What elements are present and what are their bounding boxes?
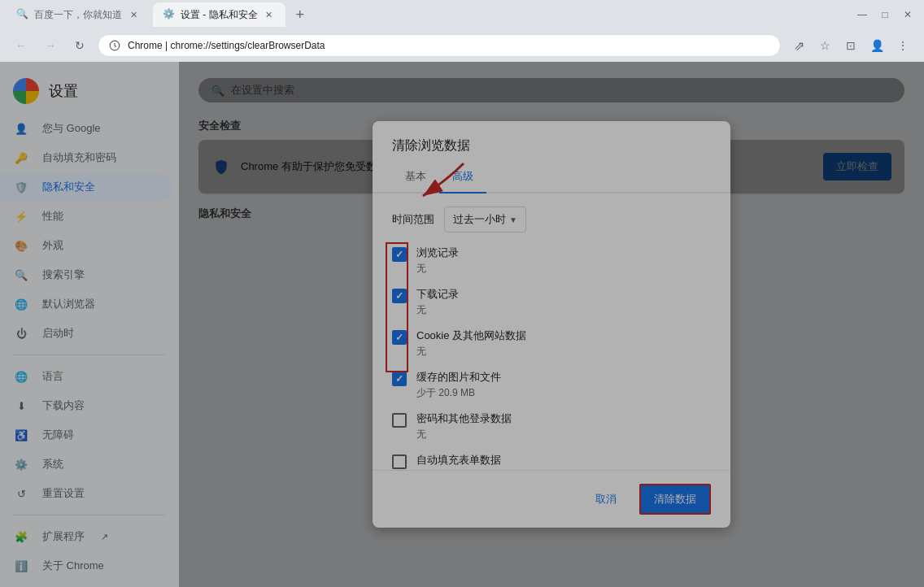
sidebar-item-about[interactable]: ℹ️ 关于 Chrome [0, 551, 172, 580]
maximize-button[interactable]: □ [875, 5, 895, 24]
sidebar-item-startup-label: 启动时 [42, 326, 74, 341]
clear-browsing-data-modal: 清除浏览数据 基本 高级 时间范围 [373, 121, 730, 528]
browser-icon: 🌐 [13, 296, 29, 312]
security-icon [108, 39, 121, 52]
autofill-checkbox[interactable] [392, 454, 407, 469]
address-input[interactable]: Chrome | chrome://settings/clearBrowserD… [98, 34, 781, 57]
search-icon: 🔍 [13, 267, 29, 283]
split-view-button[interactable]: ⊡ [839, 34, 862, 57]
sidebar-item-search-label: 搜索引擎 [42, 267, 85, 282]
clear-data-button[interactable]: 清除数据 [639, 484, 711, 515]
modal-tab-advanced[interactable]: 高级 [439, 161, 486, 193]
title-bar: 🔍 百度一下，你就知道 ✕ ⚙️ 设置 - 隐私和安全 ✕ + — □ ✕ [0, 0, 924, 29]
autofill-item-text: 自动填充表单数据 [416, 453, 501, 467]
tab-baidu-close[interactable]: ✕ [127, 8, 140, 21]
sidebar-item-performance[interactable]: ⚡ 性能 [0, 202, 172, 231]
history-checkmark: ✓ [395, 249, 403, 260]
sidebar-item-reset[interactable]: ↺ 重置设置 [0, 479, 172, 508]
sidebar-item-downloads[interactable]: ⬇ 下载内容 [0, 391, 172, 420]
close-button[interactable]: ✕ [898, 5, 917, 24]
cookies-item-text: Cookie 及其他网站数据 无 [416, 328, 526, 359]
sidebar-item-search[interactable]: 🔍 搜索引擎 [0, 260, 172, 289]
sidebar-title: 设置 [49, 81, 78, 101]
autofill-title: 自动填充表单数据 [416, 453, 501, 467]
passwords-checkbox[interactable] [392, 413, 407, 428]
cache-checkmark: ✓ [395, 373, 403, 385]
sidebar-item-appearance-label: 外观 [42, 238, 63, 253]
window-controls: — □ ✕ [852, 5, 917, 24]
modal-footer: 取消 清除数据 [373, 470, 730, 528]
history-subtitle: 无 [416, 262, 459, 276]
forward-button[interactable]: → [39, 34, 62, 57]
time-range-label: 时间范围 [392, 212, 434, 227]
sidebar-item-autofill[interactable]: 🔑 自动填充和密码 [0, 143, 172, 172]
reset-icon: ↺ [13, 485, 29, 502]
download-icon: ⬇ [13, 398, 29, 414]
sidebar-divider-1 [13, 354, 166, 355]
cookies-checkbox-item: ✓ Cookie 及其他网站数据 无 [392, 328, 711, 359]
passwords-title: 密码和其他登录数据 [416, 411, 512, 426]
cache-item-text: 缓存的图片和文件 少于 20.9 MB [416, 370, 501, 400]
accessibility-icon: ♿ [13, 427, 29, 443]
sidebar-item-startup[interactable]: ⏻ 启动时 [0, 319, 172, 348]
cookies-checkbox[interactable]: ✓ [392, 330, 407, 345]
reload-button[interactable]: ↻ [68, 34, 91, 57]
cookies-checkmark: ✓ [395, 332, 403, 343]
sidebar-item-extensions-label: 扩展程序 [42, 529, 85, 544]
appearance-icon: 🎨 [13, 237, 29, 254]
sidebar-item-about-label: 关于 Chrome [42, 559, 104, 573]
history-checkbox[interactable]: ✓ [392, 247, 407, 262]
performance-icon: ⚡ [13, 208, 29, 224]
downloads-checkbox-item: ✓ 下载记录 无 [392, 287, 711, 317]
sidebar-item-accessibility[interactable]: ♿ 无障碍 [0, 420, 172, 450]
key-icon: 🔑 [13, 150, 29, 166]
sidebar-item-language[interactable]: 🌐 语言 [0, 362, 172, 391]
sidebar: 设置 👤 您与 Google 🔑 自动填充和密码 🛡️ 隐私和安全 ⚡ 性能 🎨… [0, 62, 179, 587]
history-title: 浏览记录 [416, 246, 459, 260]
sidebar-item-default-browser[interactable]: 🌐 默认浏览器 [0, 289, 172, 319]
sidebar-item-autofill-label: 自动填充和密码 [42, 150, 116, 165]
back-button[interactable]: ← [10, 34, 33, 57]
sidebar-header: 设置 [0, 68, 179, 114]
modal-body: 时间范围 过去一小时 ▼ [373, 193, 730, 470]
sidebar-item-accessibility-label: 无障碍 [42, 428, 74, 442]
cache-subtitle: 少于 20.9 MB [416, 386, 501, 400]
downloads-item-text: 下载记录 无 [416, 287, 459, 317]
startup-icon: ⏻ [13, 325, 29, 341]
tab-baidu[interactable]: 🔍 百度一下，你就知道 ✕ [7, 2, 150, 27]
downloads-title: 下载记录 [416, 287, 459, 302]
sidebar-item-google[interactable]: 👤 您与 Google [0, 114, 172, 143]
modal-tab-basic[interactable]: 基本 [392, 161, 439, 193]
menu-button[interactable]: ⋮ [891, 34, 914, 57]
tab-settings-close[interactable]: ✕ [263, 8, 276, 21]
chrome-logo [13, 78, 39, 104]
minimize-button[interactable]: — [852, 5, 872, 24]
sidebar-item-appearance[interactable]: 🎨 外观 [0, 231, 172, 260]
tab-settings[interactable]: ⚙️ 设置 - 隐私和安全 ✕ [153, 2, 285, 27]
language-icon: 🌐 [13, 368, 29, 385]
system-icon: ⚙️ [13, 456, 29, 472]
sidebar-item-privacy[interactable]: 🛡️ 隐私和安全 [0, 172, 172, 202]
cache-checkbox[interactable]: ✓ [392, 372, 407, 386]
history-checkbox-item: ✓ 浏览记录 无 [392, 246, 711, 276]
share-button[interactable]: ⇗ [787, 34, 810, 57]
sidebar-item-system[interactable]: ⚙️ 系统 [0, 450, 172, 479]
time-range-select[interactable]: 过去一小时 ▼ [444, 207, 526, 233]
content-area: 🔍 在设置中搜索 安全检查 Chrome 有助于保护您免受数据泄露、不良扩展程序… [179, 62, 924, 587]
downloads-checkbox[interactable]: ✓ [392, 289, 407, 303]
sidebar-item-privacy-label: 隐私和安全 [42, 180, 95, 194]
cookies-subtitle: 无 [416, 345, 526, 359]
sidebar-item-extensions[interactable]: 🧩 扩展程序 ↗ [0, 522, 172, 551]
address-text: Chrome | chrome://settings/clearBrowserD… [128, 40, 325, 51]
passwords-item-text: 密码和其他登录数据 无 [416, 411, 512, 441]
sidebar-item-google-label: 您与 Google [42, 121, 101, 136]
sidebar-item-system-label: 系统 [42, 457, 63, 472]
profile-button[interactable]: 👤 [865, 34, 888, 57]
passwords-checkbox-item: 密码和其他登录数据 无 [392, 411, 711, 441]
downloads-checkmark: ✓ [395, 290, 403, 302]
new-tab-button[interactable]: + [289, 3, 312, 26]
bookmark-button[interactable]: ☆ [813, 34, 836, 57]
sidebar-item-reset-label: 重置设置 [42, 486, 85, 501]
about-icon: ℹ️ [13, 558, 29, 574]
cancel-button[interactable]: 取消 [582, 485, 630, 513]
